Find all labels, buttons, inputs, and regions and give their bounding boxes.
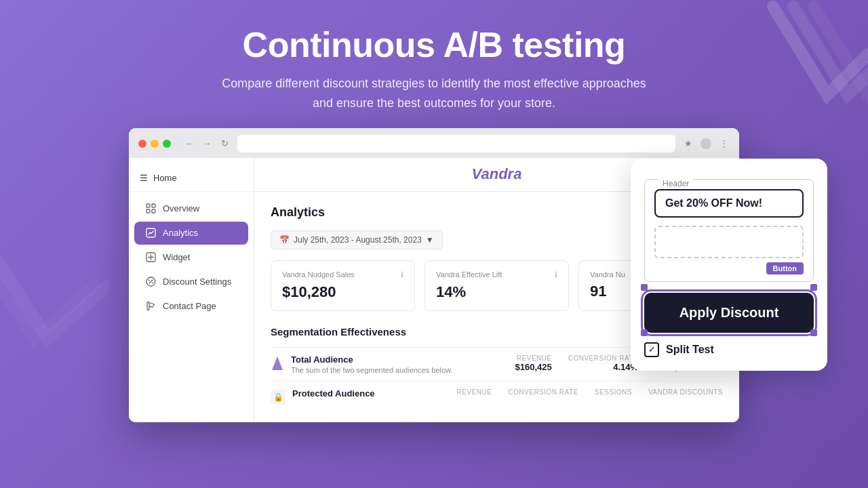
svg-rect-3 (152, 209, 155, 213)
svg-rect-1 (152, 204, 155, 207)
discount-icon (145, 277, 156, 287)
svg-point-7 (149, 280, 150, 281)
sidebar-item-discount-settings-label: Discount Settings (163, 277, 231, 287)
hero-subtitle: Compare different discount strategies to… (217, 74, 651, 113)
seg-desc-total: The sum of the two segmented audiences b… (291, 366, 508, 374)
widget-icon (145, 252, 156, 263)
browser-nav: ← → ↻ (183, 138, 231, 150)
traffic-lights (138, 140, 171, 148)
seg-stat-sess-p: SESSIONS (595, 388, 632, 396)
browser-window: ← → ↻ ★ ⋮ ☰ Home Overview (129, 128, 739, 422)
revenue-label: REVENUE (515, 354, 551, 362)
seg-stat-revenue: REVENUE $160,425 (515, 354, 551, 372)
seg-stat-vandra-p: VANDRA DISCOUNTS (648, 388, 723, 396)
sidebar-item-overview-label: Overview (163, 203, 199, 214)
metric-card-1: Vandra Effective Lift ℹ 14% (425, 260, 569, 311)
overview-icon (145, 203, 156, 214)
handle-bl[interactable] (641, 329, 648, 336)
card-fieldset: Header Button (644, 179, 814, 282)
split-test-row: ✓ Split Test (644, 342, 814, 357)
sidebar-item-contact-page-label: Contact Page (163, 301, 216, 311)
browser-chrome: ← → ↻ ★ ⋮ (129, 128, 739, 158)
seg-stat-conversion: CONVERSION RATE 4.14% (568, 354, 638, 372)
sidebar-item-widget[interactable]: Widget (134, 246, 248, 269)
seg-stat-conv-p: CONVERSION RATE (508, 388, 578, 396)
close-button[interactable] (138, 140, 146, 148)
hamburger-icon: ☰ (140, 173, 148, 183)
conversion-value: 4.14% (568, 362, 638, 372)
metric-label-1: Vandra Effective Lift ℹ (436, 270, 557, 279)
deco-v-left (0, 230, 108, 434)
svg-rect-0 (146, 204, 150, 207)
metric-value-1: 14% (436, 283, 557, 301)
revenue-value: $160,425 (515, 362, 551, 372)
conversion-label-p: CONVERSION RATE (508, 388, 578, 396)
sessions-label-p: SESSIONS (595, 388, 632, 396)
split-test-checkbox[interactable]: ✓ (644, 342, 659, 357)
handle-tr[interactable] (810, 284, 817, 291)
address-bar[interactable] (237, 135, 675, 152)
metric-label-0: Vandra Nudged Sales ℹ (282, 270, 403, 279)
button-tag: Button (766, 262, 804, 274)
hero-title: Continuous A/B testing (0, 26, 868, 64)
hero-section: Continuous A/B testing Compare different… (0, 0, 868, 113)
date-range-label: July 25th, 2023 - August 25th, 2023 (294, 235, 422, 245)
star-icon[interactable]: ★ (682, 138, 694, 150)
chevron-down-icon: ▼ (426, 235, 434, 245)
apply-discount-button[interactable]: Apply Discount (644, 293, 814, 333)
lock-icon: 🔒 (271, 390, 285, 405)
vandra-discounts-label-p: VANDRA DISCOUNTS (648, 388, 723, 396)
seg-info-total: Total Audience The sum of the two segmen… (291, 354, 508, 374)
sidebar-item-analytics[interactable]: Analytics (134, 222, 248, 245)
sidebar-item-widget-label: Widget (163, 252, 190, 262)
browser-actions: ★ ⋮ (682, 138, 730, 150)
refresh-button[interactable]: ↻ (218, 138, 231, 150)
sidebar-item-overview[interactable]: Overview (134, 197, 248, 220)
handle-br[interactable] (810, 329, 817, 336)
analytics-icon (145, 228, 156, 239)
split-test-label: Split Test (666, 344, 714, 356)
menu-icon[interactable]: ⋮ (717, 138, 730, 150)
checkmark-icon: ✓ (648, 344, 656, 354)
card-header-legend: Header (658, 179, 693, 188)
sidebar-home[interactable]: ☰ Home (129, 167, 254, 192)
minimize-button[interactable] (151, 140, 159, 148)
svg-point-8 (152, 283, 153, 284)
seg-row-protected: 🔒 Protected Audience REVENUE CONVERSION … (271, 381, 723, 411)
calendar-icon: 📅 (279, 235, 290, 245)
date-filter[interactable]: 📅 July 25th, 2023 - August 25th, 2023 ▼ (271, 230, 443, 249)
info-icon-0: ℹ (401, 270, 403, 279)
conversion-label: CONVERSION RATE (568, 354, 638, 362)
metric-card-0: Vandra Nudged Sales ℹ $10,280 (271, 260, 415, 311)
profile-icon[interactable] (700, 138, 712, 150)
back-button[interactable]: ← (183, 138, 195, 150)
floating-card: Header Button Apply Discount ✓ Split Tes… (631, 159, 827, 371)
apply-btn-wrapper: Apply Discount (644, 287, 814, 333)
topbar-logo: Vandra (472, 165, 522, 183)
header-input[interactable] (654, 189, 804, 218)
seg-name-protected: Protected Audience (292, 388, 450, 399)
content-placeholder (654, 226, 804, 258)
sidebar-item-analytics-label: Analytics (163, 228, 198, 238)
revenue-label-p: REVENUE (457, 388, 492, 396)
seg-name-total: Total Audience (291, 354, 508, 365)
seg-stats-protected: REVENUE CONVERSION RATE SESSIONS VANDRA … (457, 388, 724, 396)
sidebar-item-discount-settings[interactable]: Discount Settings (134, 270, 248, 293)
sidebar: ☰ Home Overview Analytics Widget (129, 158, 254, 422)
button-label-row: Button (654, 262, 804, 274)
seg-info-protected: Protected Audience (292, 388, 450, 399)
sidebar-item-contact-page[interactable]: Contact Page (134, 295, 248, 318)
handle-tl[interactable] (641, 284, 648, 291)
maximize-button[interactable] (163, 140, 171, 148)
sidebar-home-label: Home (153, 173, 177, 183)
seg-stat-rev-p: REVENUE (457, 388, 492, 396)
forward-button[interactable]: → (201, 138, 213, 150)
metric-value-0: $10,280 (282, 283, 403, 301)
total-audience-icon (271, 354, 284, 371)
contact-icon (145, 301, 156, 312)
info-icon-1: ℹ (555, 270, 557, 279)
svg-rect-2 (146, 209, 150, 213)
